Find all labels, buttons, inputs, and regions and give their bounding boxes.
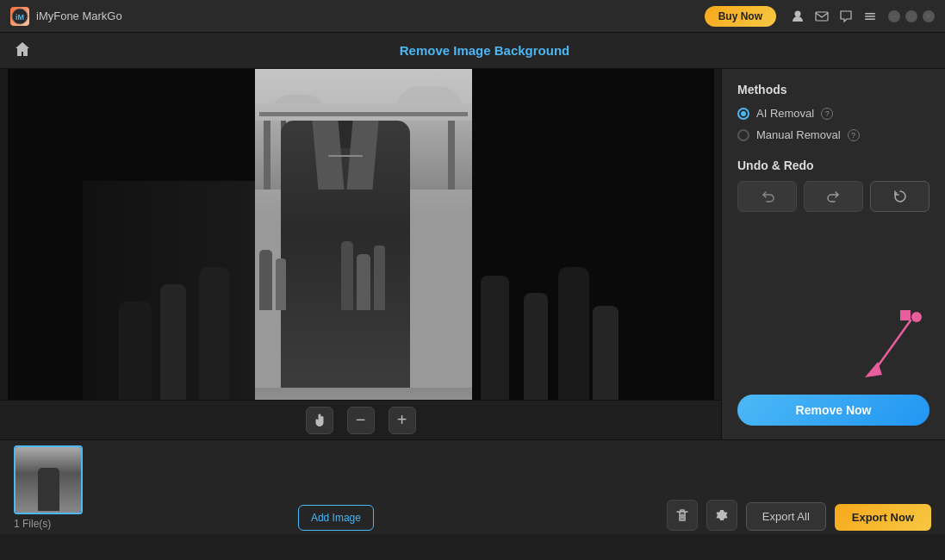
canvas-toolbar: − + <box>0 400 721 439</box>
remove-now-button[interactable]: Remove Now <box>737 395 929 426</box>
svg-point-2 <box>795 10 801 16</box>
buy-now-button[interactable]: Buy Now <box>705 6 776 27</box>
image-left-region <box>8 69 255 439</box>
right-panel: Methods AI Removal ? Manual Removal ? Un… <box>721 69 945 439</box>
mail-icon[interactable] <box>814 9 830 24</box>
file-count: 1 File(s) <box>14 518 289 530</box>
maximize-button[interactable]: □ <box>905 10 917 22</box>
image-center-region <box>255 69 472 439</box>
svg-rect-5 <box>865 16 875 17</box>
ai-removal-label: AI Removal <box>756 107 814 120</box>
zoom-in-button[interactable]: + <box>389 407 416 434</box>
minimize-button[interactable]: — <box>888 10 900 22</box>
sub-header: Remove Image Background <box>0 33 945 69</box>
svg-rect-3 <box>816 12 828 21</box>
annotation-arrow <box>852 310 929 388</box>
image-right-region <box>472 69 714 439</box>
undo-button[interactable] <box>737 181 797 212</box>
manual-removal-label: Manual Removal <box>756 128 841 141</box>
bottom-bar: 1 File(s) Add Image Export All Export No… <box>0 439 945 534</box>
methods-title: Methods <box>737 83 929 96</box>
svg-line-8 <box>874 320 911 372</box>
redo-button[interactable] <box>804 181 863 212</box>
ai-removal-radio[interactable] <box>737 108 749 120</box>
export-now-button[interactable]: Export Now <box>835 504 931 531</box>
menu-icon[interactable] <box>862 9 878 24</box>
reset-button[interactable] <box>870 181 929 212</box>
export-all-button[interactable]: Export All <box>746 502 826 531</box>
thumbnail-item[interactable] <box>14 445 83 514</box>
user-icon[interactable] <box>790 9 805 24</box>
svg-text:iM: iM <box>16 13 24 22</box>
undo-redo-buttons <box>737 181 929 212</box>
svg-rect-4 <box>865 13 875 15</box>
app-title: iMyFone MarkGo <box>36 9 698 22</box>
hand-tool-button[interactable] <box>306 407 333 434</box>
manual-removal-option[interactable]: Manual Removal ? <box>737 128 929 141</box>
canvas-area: − + <box>0 69 721 439</box>
close-button[interactable]: ✕ <box>923 10 935 22</box>
svg-rect-6 <box>865 18 875 20</box>
chat-icon[interactable] <box>838 9 854 24</box>
ai-removal-help-icon[interactable]: ? <box>821 108 833 120</box>
image-display <box>8 69 714 439</box>
trash-button[interactable] <box>667 500 698 531</box>
undo-redo-section: Undo & Redo <box>737 159 929 229</box>
main-content: − + Methods AI Removal ? Manual Removal … <box>0 69 945 439</box>
radio-group: AI Removal ? Manual Removal ? <box>737 107 929 141</box>
app-logo: iM <box>10 7 29 26</box>
undo-redo-title: Undo & Redo <box>737 159 929 172</box>
title-bar: iM iMyFone MarkGo Buy Now — □ ✕ <box>0 0 945 33</box>
page-title: Remove Image Background <box>38 43 931 58</box>
methods-section: Methods AI Removal ? Manual Removal ? <box>737 83 929 159</box>
zoom-out-button[interactable]: − <box>347 407 375 434</box>
manual-removal-radio[interactable] <box>737 129 749 141</box>
svg-point-7 <box>911 312 922 322</box>
ai-removal-option[interactable]: AI Removal ? <box>737 107 929 120</box>
manual-removal-help-icon[interactable]: ? <box>848 129 860 141</box>
home-icon[interactable] <box>14 40 31 61</box>
add-image-button[interactable]: Add Image <box>298 505 374 531</box>
settings-button[interactable] <box>706 500 737 531</box>
annotation-area <box>737 310 929 388</box>
